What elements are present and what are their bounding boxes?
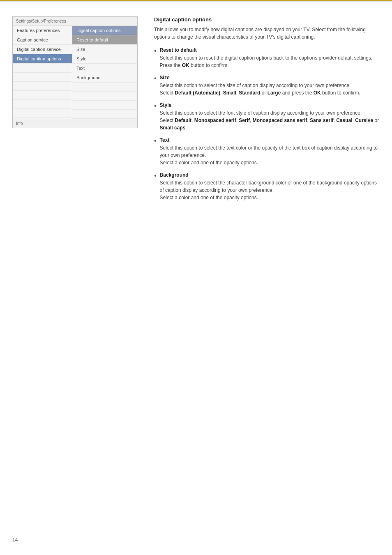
menu-item-empty-6 (13, 109, 72, 118)
top-line-border (0, 1, 392, 2)
bullet-content-background: Background Select this option to select … (160, 172, 380, 201)
bullet-heading-style: Style (160, 102, 380, 108)
menu-breadcrumb: Settings/Setup/Preferences (13, 17, 137, 26)
right-content-panel: Digital caption options This allows you … (150, 16, 380, 207)
bullet-size: • Size Select this option to select the … (154, 75, 380, 97)
menu-item-digital-caption-options[interactable]: Digital caption options (13, 54, 72, 64)
menu-item-empty-3 (13, 82, 72, 91)
menu-item-empty-2 (13, 73, 72, 82)
bullet-content-style: Style Select this option to select the f… (160, 102, 380, 131)
menu-right-item-empty-1 (72, 83, 137, 92)
menu-item-caption-service[interactable]: Caption service (13, 35, 72, 45)
bullet-reset: • Reset to default Select this option to… (154, 47, 380, 69)
menu-right-item-background[interactable]: Background (72, 73, 137, 83)
bullet-background: • Background Select this option to selec… (154, 172, 380, 201)
bullet-heading-background: Background (160, 172, 380, 178)
bullet-dot-text: • (154, 137, 157, 166)
bullet-heading-text: Text (160, 137, 380, 143)
bullet-content-reset: Reset to default Select this option to r… (160, 47, 380, 69)
bullet-text-background: Select this option to select the charact… (160, 179, 380, 201)
menu-item-empty-1 (13, 64, 72, 73)
left-menu-panel: Settings/Setup/Preferences Features pref… (12, 16, 138, 207)
menu-columns: Features preferences Caption service Dig… (13, 26, 137, 119)
menu-item-empty-4 (13, 91, 72, 100)
info-bar: Info (13, 119, 137, 128)
bullet-dot-reset: • (154, 47, 157, 69)
menu-item-digital-caption-service[interactable]: Digital caption service (13, 45, 72, 54)
bullet-text: • Text Select this option to select the … (154, 137, 380, 166)
menu-box: Settings/Setup/Preferences Features pref… (12, 16, 138, 128)
bullet-style: • Style Select this option to select the… (154, 102, 380, 131)
intro-text: This allows you to modify how digital ca… (154, 26, 380, 41)
bullet-dot-size: • (154, 74, 157, 97)
bullet-content-text: Text Select this option to select the te… (160, 137, 380, 166)
menu-right-item-empty-4 (72, 110, 137, 119)
menu-item-features[interactable]: Features preferences (13, 26, 72, 35)
menu-left-column: Features preferences Caption service Dig… (13, 26, 72, 119)
bullet-heading-size: Size (160, 75, 380, 81)
menu-right-item-empty-2 (72, 92, 137, 101)
bullet-text-size: Select this option to select the size of… (160, 82, 380, 97)
menu-right-item-header[interactable]: Digital caption options (72, 26, 137, 35)
bullet-text-text: Select this option to select the text co… (160, 144, 380, 166)
bullet-content-size: Size Select this option to select the si… (160, 75, 380, 97)
menu-right-item-empty-3 (72, 101, 137, 110)
menu-right-item-size[interactable]: Size (72, 45, 137, 54)
menu-right-item-text[interactable]: Text (72, 64, 137, 73)
bullet-dot-background: • (154, 172, 157, 201)
page-number: 14 (12, 537, 18, 543)
bullet-text-style: Select this option to select the font st… (160, 109, 380, 131)
menu-right-item-reset[interactable]: Reset to default (72, 35, 137, 45)
menu-item-empty-5 (13, 100, 72, 109)
menu-right-column: Digital caption options Reset to default… (72, 26, 137, 119)
page-title: Digital caption options (154, 16, 380, 23)
menu-right-item-style[interactable]: Style (72, 54, 137, 64)
bullet-text-reset: Select this option to reset the digital … (160, 54, 380, 69)
bullet-dot-style: • (154, 102, 157, 131)
bullet-heading-reset: Reset to default (160, 47, 380, 53)
